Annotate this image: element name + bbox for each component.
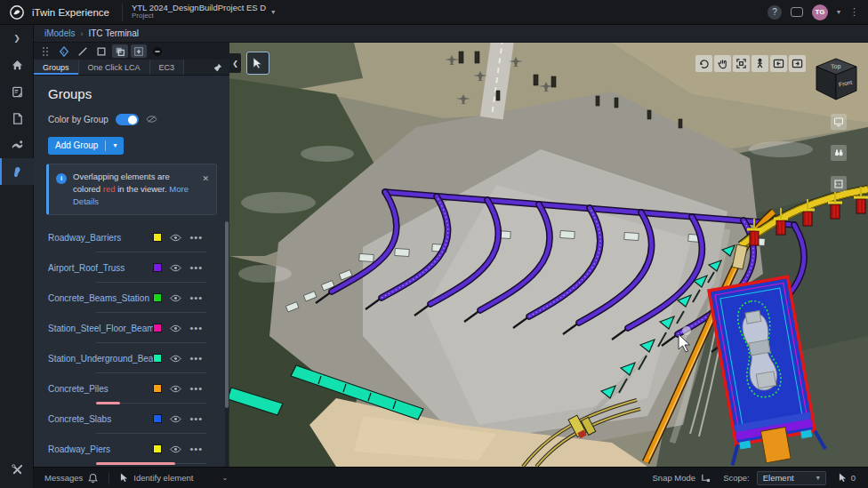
- sidebar-item-tools[interactable]: [0, 456, 34, 483]
- groups-scrollbar[interactable]: [225, 221, 229, 467]
- close-icon[interactable]: ✕: [202, 173, 209, 209]
- group-name-link[interactable]: Station_Steel_Floor_Beams: [48, 324, 153, 333]
- sidebar-item-carbon-insights[interactable]: [0, 158, 34, 185]
- add-selection-icon[interactable]: [131, 44, 147, 58]
- view-navigation-cube[interactable]: Top Front: [809, 52, 863, 105]
- tab-groups[interactable]: Groups: [34, 60, 79, 75]
- more-menu-icon[interactable]: ⋮: [849, 6, 859, 18]
- group-name-link[interactable]: Roadway_Piers: [48, 444, 153, 454]
- group-row[interactable]: Airport_Roof_Truss•••: [44, 252, 219, 283]
- group-name-link[interactable]: Concrete_Slabs: [48, 414, 153, 424]
- group-color-swatch[interactable]: [153, 414, 162, 423]
- group-menu-icon[interactable]: •••: [189, 235, 203, 240]
- documents-icon: [11, 112, 24, 125]
- group-color-swatch[interactable]: [153, 444, 162, 453]
- snap-mode-label: Snap Mode: [653, 473, 696, 483]
- walk-tool-icon[interactable]: [751, 55, 768, 72]
- eye-icon[interactable]: [170, 234, 181, 242]
- group-name-link[interactable]: Roadway_Barriers: [48, 233, 153, 243]
- group-row[interactable]: Concrete_Slabs•••: [44, 404, 219, 434]
- select-element-tool-icon[interactable]: [56, 44, 72, 58]
- screen-layout-icon[interactable]: [831, 114, 847, 130]
- add-group-button[interactable]: Add Group▾: [48, 137, 124, 155]
- group-menu-icon[interactable]: •••: [189, 356, 203, 361]
- group-color-swatch[interactable]: [153, 263, 162, 272]
- group-color-swatch[interactable]: [153, 384, 162, 393]
- avatar-caret-icon[interactable]: ▾: [837, 8, 840, 16]
- sidebar-item-validation[interactable]: [0, 132, 34, 158]
- group-menu-icon[interactable]: •••: [189, 325, 203, 331]
- rotate-view-icon[interactable]: [695, 55, 712, 72]
- group-menu-icon[interactable]: •••: [189, 416, 203, 421]
- group-menu-icon[interactable]: •••: [189, 446, 203, 452]
- help-icon[interactable]: ?: [768, 5, 782, 20]
- section-tool-icon[interactable]: [831, 176, 847, 192]
- viewer-select-tool-button[interactable]: [246, 52, 269, 75]
- color-by-group-label: Color by Group: [48, 115, 108, 124]
- pin-panel-icon[interactable]: [213, 60, 229, 75]
- eye-icon[interactable]: [170, 415, 181, 423]
- banner-text: Overlapping elements are colored red in …: [73, 171, 194, 209]
- collapse-panel-icon[interactable]: ❮: [229, 53, 241, 73]
- breadcrumb-imodels-link[interactable]: iModels: [44, 28, 75, 38]
- tab-ec3[interactable]: EC3: [150, 60, 185, 75]
- scope-select[interactable]: Element ▾: [757, 471, 826, 485]
- group-row[interactable]: Station_Underground_Beams•••: [44, 343, 219, 373]
- group-row[interactable]: Concrete_Beams_Station•••: [44, 283, 219, 313]
- feedback-icon[interactable]: [791, 7, 803, 17]
- project-caret-icon[interactable]: ▾: [271, 8, 275, 16]
- overlap-info-banner: i Overlapping elements are colored red i…: [46, 164, 217, 216]
- remove-selection-icon[interactable]: [149, 44, 165, 58]
- selection-count: 0: [839, 473, 856, 483]
- snap-mode-button[interactable]: Snap Mode: [653, 473, 711, 483]
- eye-icon[interactable]: [170, 264, 181, 272]
- eye-icon[interactable]: [170, 294, 181, 302]
- tool-settings-caret-icon[interactable]: ⌄: [221, 474, 228, 482]
- selection-count-value: 0: [851, 473, 856, 483]
- user-avatar[interactable]: TG: [812, 4, 828, 20]
- sidebar-item-documents[interactable]: [0, 105, 34, 132]
- group-color-swatch[interactable]: [153, 233, 162, 242]
- eye-icon[interactable]: [170, 324, 181, 332]
- drag-handle-icon[interactable]: [37, 44, 53, 58]
- identify-element-tool[interactable]: Identify element ⌄: [109, 468, 238, 488]
- group-row[interactable]: Station_Steel_Floor_Beams•••: [44, 313, 219, 343]
- color-by-group-toggle[interactable]: [116, 114, 139, 125]
- binoculars-icon[interactable]: [831, 145, 847, 161]
- project-tab[interactable]: YTL 2024_DesignBuildProject ES D Project…: [123, 0, 284, 25]
- group-color-swatch[interactable]: [153, 293, 162, 302]
- box-selection-tool-icon[interactable]: [93, 44, 109, 58]
- undo-view-icon[interactable]: [770, 55, 787, 72]
- scope-label: Scope:: [723, 473, 750, 483]
- group-row[interactable]: Roadway_Piers•••: [44, 434, 219, 464]
- hide-all-eye-icon[interactable]: [146, 115, 157, 125]
- group-name-link[interactable]: Airport_Roof_Truss: [48, 263, 153, 273]
- line-selection-tool-icon[interactable]: [75, 44, 91, 58]
- group-menu-icon[interactable]: •••: [189, 265, 203, 270]
- eye-icon[interactable]: [170, 355, 181, 363]
- eye-icon[interactable]: [170, 385, 181, 393]
- sidebar-item-issues[interactable]: [0, 78, 34, 105]
- group-name-link[interactable]: Station_Underground_Beams: [48, 354, 153, 364]
- tab-one-click-lca[interactable]: One Click LCA: [79, 60, 150, 75]
- group-menu-icon[interactable]: •••: [189, 386, 203, 391]
- group-menu-icon[interactable]: •••: [189, 295, 203, 300]
- group-row[interactable]: Roadway_Barriers•••: [44, 222, 219, 252]
- 3d-viewer[interactable]: .arcO{fill:none;stroke:#190d33;stroke-wi…: [229, 43, 868, 467]
- group-name-link[interactable]: Concrete_Piles: [48, 384, 153, 394]
- add-group-caret-icon: ▾: [113, 141, 117, 149]
- messages-button[interactable]: Messages: [34, 468, 108, 488]
- group-color-swatch[interactable]: [153, 354, 162, 363]
- group-row[interactable]: Concrete_Piles•••: [44, 373, 219, 404]
- pan-view-icon[interactable]: [714, 55, 731, 72]
- redo-view-icon[interactable]: [789, 55, 806, 72]
- sidebar-item-home[interactable]: [0, 52, 34, 78]
- group-color-swatch[interactable]: [153, 324, 162, 332]
- fit-view-icon[interactable]: [733, 55, 750, 72]
- eye-icon[interactable]: [170, 445, 181, 453]
- group-selection-tool-icon[interactable]: [112, 44, 128, 58]
- color-by-group-row: Color by Group: [48, 114, 219, 125]
- panel-tab-bar: Groups One Click LCA EC3: [34, 60, 229, 76]
- group-name-link[interactable]: Concrete_Beams_Station: [48, 293, 153, 303]
- expand-rail-icon[interactable]: ❯: [0, 25, 34, 52]
